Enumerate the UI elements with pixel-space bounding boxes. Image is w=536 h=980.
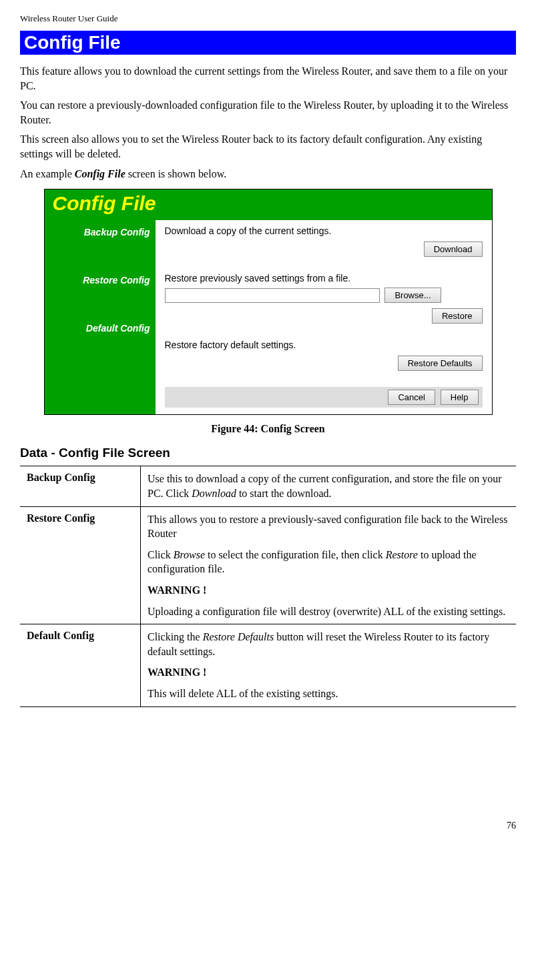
restore-text: Restore previously saved settings from a…	[165, 273, 483, 284]
data-table: Backup Config Use this to download a cop…	[20, 466, 516, 706]
section-title: Config File	[20, 31, 516, 55]
download-button[interactable]: Download	[424, 241, 483, 257]
table-row-restore: Restore Config This allows you to restor…	[20, 506, 516, 624]
r3-warning: WARNING !	[148, 666, 206, 678]
table-row-default: Default Config Clicking the Restore Defa…	[20, 624, 516, 706]
config-file-screenshot: Config File Backup Config Restore Config…	[44, 189, 493, 415]
figure-container: Config File Backup Config Restore Config…	[20, 189, 516, 415]
r1-p1-em: Download	[192, 488, 236, 499]
sidebar-default: Default Config	[50, 323, 150, 334]
r3-p2: This will delete ALL of the existing set…	[148, 686, 509, 701]
row2-label: Restore Config	[20, 506, 141, 624]
table-row-backup: Backup Config Use this to download a cop…	[20, 466, 516, 506]
r1-p1-post: to start the download.	[236, 488, 332, 499]
config-title: Config File	[45, 189, 492, 220]
intro-p1: This feature allows you to download the …	[20, 64, 516, 93]
row3-desc: Clicking the Restore Defaults button wil…	[141, 624, 517, 706]
row1-label: Backup Config	[20, 466, 141, 506]
r2-p2-em2: Restore	[386, 549, 418, 560]
r3-p1-pre: Clicking the	[148, 631, 203, 642]
default-text: Restore factory default settings.	[165, 340, 483, 350]
row2-desc: This allows you to restore a previously-…	[141, 506, 517, 624]
r2-p2-em1: Browse	[174, 549, 205, 560]
intro-p2: You can restore a previously-downloaded …	[20, 98, 516, 127]
file-path-input[interactable]	[165, 288, 380, 303]
config-main: Download a copy of the current settings.…	[156, 220, 492, 414]
browse-button[interactable]: Browse...	[384, 288, 441, 303]
r2-p1: This allows you to restore a previously-…	[148, 512, 509, 541]
figure-caption: Figure 44: Config Screen	[20, 423, 516, 435]
r3-p1-em: Restore Defaults	[203, 631, 274, 642]
r2-p2-pre: Click	[148, 549, 174, 560]
r2-p2-mid: to select the configuration file, then c…	[205, 549, 386, 560]
intro-p4-em: Config File	[75, 168, 125, 179]
doc-header: Wireless Router User Guide	[20, 13, 516, 24]
restore-defaults-button[interactable]: Restore Defaults	[398, 356, 483, 371]
help-button[interactable]: Help	[441, 390, 479, 405]
cancel-button[interactable]: Cancel	[388, 390, 435, 405]
backup-text: Download a copy of the current settings.	[165, 225, 483, 236]
config-sidebar: Backup Config Restore Config Default Con…	[45, 220, 156, 414]
row1-desc: Use this to download a copy of the curre…	[141, 466, 517, 506]
intro-p4: An example Config File screen is shown b…	[20, 167, 516, 181]
row3-label: Default Config	[20, 624, 141, 706]
page-number: 76	[20, 821, 516, 831]
intro-p4-post: screen is shown below.	[125, 168, 226, 179]
restore-button[interactable]: Restore	[432, 308, 483, 324]
intro-p3: This screen also allows you to set the W…	[20, 132, 516, 161]
sidebar-backup: Backup Config	[50, 227, 150, 237]
data-heading: Data - Config File Screen	[20, 446, 516, 460]
sidebar-restore: Restore Config	[50, 275, 150, 286]
r2-warning: WARNING !	[148, 584, 206, 596]
intro-p4-pre: An example	[20, 168, 75, 179]
r2-p3: Uploading a configuration file will dest…	[148, 604, 509, 619]
